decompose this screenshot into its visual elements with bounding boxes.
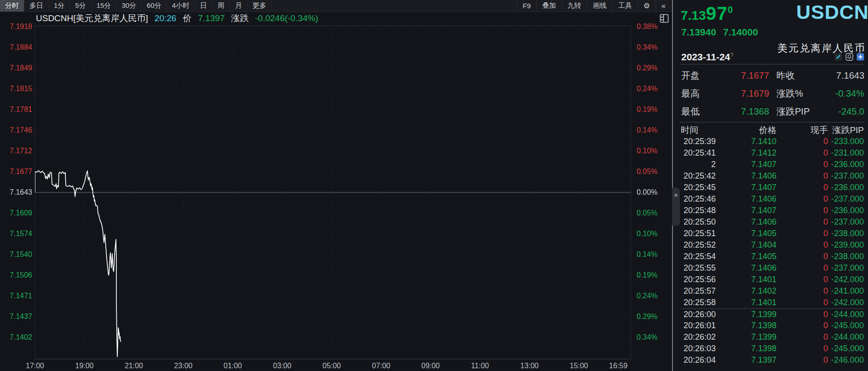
tick-volume: 0	[776, 332, 828, 342]
alert-bell-icon[interactable]	[845, 53, 853, 61]
chevron-right-icon: »	[674, 191, 678, 198]
tick-time: 20:25:57	[681, 286, 716, 296]
quote-date: 2023-11-24?	[681, 52, 734, 63]
divider	[679, 122, 865, 122]
tick-col-header: 涨跌PIP	[828, 124, 864, 136]
tick-volume: 0	[776, 148, 828, 158]
price-tick: 7.1781	[3, 105, 32, 114]
panel-expand-handle[interactable]: »	[672, 188, 680, 226]
time-tick: 15:00	[569, 362, 588, 370]
toolbar-button-F9[interactable]: F9	[517, 0, 536, 12]
tick-pip: -244.000	[828, 310, 864, 319]
pane-layout-icon[interactable]	[660, 14, 669, 23]
summary-label: 开盘	[681, 70, 723, 82]
tick-time: 20:26:00	[681, 310, 716, 319]
tick-volume: 0	[776, 252, 828, 261]
collapse-panel-button[interactable]: «	[655, 0, 671, 12]
summary-label: 涨跌%	[776, 87, 827, 100]
tick-volume: 0	[776, 240, 828, 250]
tick-volume: 0	[776, 160, 828, 169]
tab-15分[interactable]: 15分	[92, 0, 117, 12]
symbol-code: USDCNH	[796, 1, 868, 23]
add-plus-icon[interactable]	[857, 53, 864, 61]
summary-row: 开盘7.1677昨收7.1643	[681, 67, 864, 85]
time-tick: 11:00	[471, 362, 489, 370]
tick-time: 20:25:51	[681, 229, 716, 238]
last-price-big-digits: 97	[706, 3, 728, 24]
tick-pip: -237.000	[828, 263, 864, 273]
tick-pip: -241.000	[828, 286, 864, 296]
tick-time: 20:25:52	[681, 240, 716, 250]
tick-pip: -236.000	[828, 183, 864, 192]
settings-button[interactable]: ⚙	[638, 0, 655, 12]
tick-time: 2	[681, 160, 716, 169]
price-tick: 7.1609	[3, 209, 32, 217]
tick-row: 20:25:527.14040-239.000	[681, 239, 864, 251]
tick-time: 20:25:45	[681, 183, 716, 192]
date-value: 2023-11-24	[681, 52, 730, 62]
tick-pip: -231.000	[828, 148, 864, 158]
price-tick: 7.1643	[3, 188, 32, 197]
summary-value: 7.1368	[723, 106, 769, 117]
tick-price: 7.1407	[716, 183, 776, 192]
tick-volume: 0	[776, 275, 828, 284]
toolbar-button-工具[interactable]: 工具	[612, 0, 638, 12]
tick-row: 20:25:417.14120-231.000	[681, 147, 864, 159]
percent-tick: 0.34%	[637, 333, 657, 342]
price-line	[35, 171, 121, 357]
price-tick: 7.1540	[3, 250, 32, 259]
toolbar-buttons: F9叠加九转画线工具	[517, 0, 638, 12]
tick-price: 7.1405	[716, 252, 776, 261]
tab-更多[interactable]: 更多	[247, 0, 272, 12]
tab-1分[interactable]: 1分	[49, 0, 70, 12]
toolbar-button-画线[interactable]: 画线	[587, 0, 612, 12]
tick-pip: -246.000	[828, 355, 864, 365]
tick-volume: 0	[776, 171, 828, 181]
period-tabs: 分时多日1分5分15分30分60分4小时日周月更多	[0, 0, 272, 12]
tick-time: 20:25:55	[681, 263, 716, 273]
edit-pencil-icon[interactable]	[834, 53, 842, 61]
tick-pip: -245.000	[828, 344, 864, 354]
period-toolbar: 分时多日1分5分15分30分60分4小时日周月更多 F9叠加九转画线工具 ⚙ «	[0, 0, 672, 12]
tab-分时[interactable]: 分时	[0, 0, 24, 12]
tick-price: 7.1406	[716, 171, 776, 181]
last-price-sup-digit: 0	[728, 5, 733, 15]
time-tick: 17:00	[26, 362, 44, 370]
tab-日[interactable]: 日	[195, 0, 213, 12]
price-tick: 7.1402	[3, 333, 32, 342]
summary-label: 昨收	[776, 70, 827, 82]
tab-5分[interactable]: 5分	[70, 0, 91, 12]
tick-row: 20:25:567.14010-242.000	[681, 274, 864, 285]
tab-60分[interactable]: 60分	[142, 0, 167, 12]
summary-row: 最低7.1368涨跌PIP-245.0	[681, 103, 864, 121]
tick-col-header: 现手	[776, 124, 828, 136]
tab-多日[interactable]: 多日	[24, 0, 49, 12]
tick-price: 7.1405	[716, 229, 776, 238]
toolbar-button-九转[interactable]: 九转	[562, 0, 587, 12]
summary-value: 7.1643	[827, 70, 864, 81]
intraday-chart-canvas[interactable]	[35, 25, 631, 360]
tab-30分[interactable]: 30分	[116, 0, 142, 12]
price-label: 价	[183, 12, 191, 24]
tick-time: 20:25:54	[681, 252, 716, 261]
tab-周[interactable]: 周	[213, 0, 230, 12]
tick-pip: -244.000	[828, 332, 864, 342]
toolbar-button-叠加[interactable]: 叠加	[536, 0, 562, 12]
date-help-icon[interactable]: ?	[730, 52, 733, 58]
tab-月[interactable]: 月	[230, 0, 247, 12]
tick-price: 7.1402	[716, 286, 776, 296]
time-tick: 13:00	[520, 362, 539, 370]
tick-pip: -242.000	[828, 298, 864, 307]
tick-row: 27.14070-236.000	[681, 159, 864, 170]
tab-4小时[interactable]: 4小时	[167, 0, 195, 12]
chart-time: 20:26	[155, 13, 177, 23]
price-tick: 7.1815	[3, 85, 32, 93]
tick-price: 7.1398	[716, 321, 776, 330]
tick-volume: 0	[776, 229, 828, 238]
tick-price: 7.1404	[716, 240, 776, 250]
tick-row: 20:25:507.14060-237.000	[681, 216, 864, 228]
tick-pip: -236.000	[828, 160, 864, 169]
tick-row: 20:25:457.14070-236.000	[681, 182, 864, 193]
last-price-main: 7.13	[681, 8, 706, 23]
percent-tick: 0.14%	[637, 250, 657, 259]
